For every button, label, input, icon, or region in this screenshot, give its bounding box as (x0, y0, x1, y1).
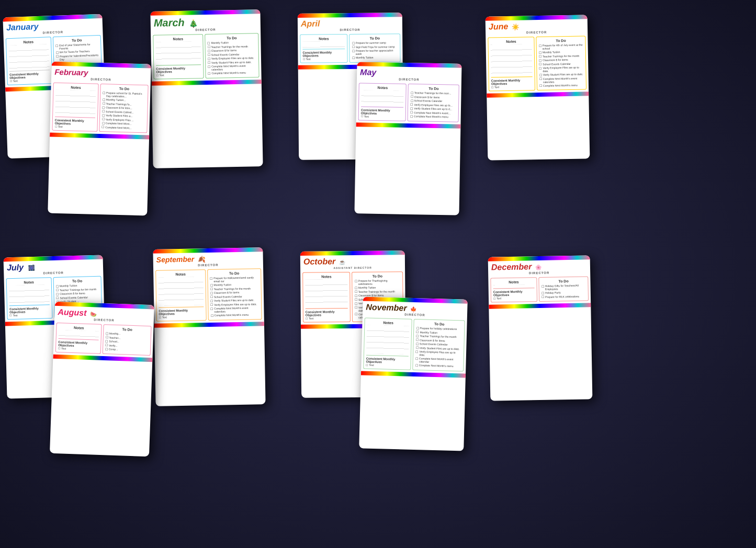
jun-objectives-area: Consistent Monthly Objectives Text (491, 76, 533, 88)
dec-body: Notes Consistent Monthly Objectives Text… (488, 274, 591, 304)
august-card: August 🍉 DIRECTOR Notes Consistent Month… (50, 302, 154, 456)
oct-title-area: October ☕ ASSISTANT DIRECTOR (300, 255, 405, 270)
apr-title-area: April DIRECTOR (298, 17, 402, 32)
mar-body: Notes Consistent Monthly Objectives Text… (151, 31, 262, 81)
nov-todo-title: To Do (416, 322, 462, 326)
jan-notes-col: Notes Consistent Monthly Objectives Text (6, 37, 53, 85)
may-card: May DIRECTOR Notes Consistent Monthly Ob… (354, 62, 461, 215)
jul-todo-title: To Do (55, 279, 98, 283)
sep-objectives-area: Consistent Monthly Objectives Text (159, 306, 204, 318)
feb-notes-lines (55, 90, 96, 116)
jul-notes-col: Notes Consistent Monthly Objectives Text (6, 277, 53, 319)
apr-todo-section: To Do Prepare for summer camp Sign Field… (349, 33, 400, 62)
jul-obj-item: Text (9, 313, 50, 317)
dec-notes-lines (493, 284, 535, 287)
dec-todo-col: To Do Holiday Gifts for Teachers/All Emp… (538, 276, 589, 302)
feb-objectives-area: Consistent Monthly Objectives Text (55, 117, 95, 129)
jun-notes-lines (491, 44, 533, 75)
sep-obj-item: Text (159, 315, 204, 318)
apr-notes-lines (302, 41, 345, 47)
apr-obj-item: Text (303, 57, 345, 61)
mar-month-title: March (154, 17, 185, 29)
nov-month-title: November (366, 303, 407, 313)
dec-obj-item: Text (493, 296, 535, 300)
jan-month-title: January (6, 22, 39, 32)
oct-todo-title: To Do (355, 274, 401, 278)
feb-notes-col: Notes Consistent Monthly Objectives Text (52, 83, 98, 132)
mar-todo-section: To Do Monthly Tuition Teacher Trainings … (205, 33, 259, 78)
dec-month-title: December (491, 262, 532, 271)
dec-notes-col: Notes Consistent Monthly Objectives Text (490, 277, 537, 303)
december-card: December 🌸 DIRECTOR Notes Consistent Mon… (488, 255, 593, 401)
aug-todo-title: To Do (106, 327, 149, 332)
dec-todo-section: To Do Holiday Gifts for Teachers/All Emp… (538, 276, 589, 302)
may-notes-title: Notes (362, 85, 404, 89)
jan-todo-title: To Do (55, 38, 98, 43)
may-todo-title: To Do (411, 86, 457, 91)
oct-obj-item: Text (306, 316, 348, 320)
feb-todo-section: To Do Prepare school for St. Patrick's D… (99, 84, 149, 133)
apr-notes-title: Notes (302, 37, 345, 41)
jul-notes-lines (9, 284, 50, 304)
oct-notes-title: Notes (305, 275, 347, 279)
apr-month-title: April (301, 19, 320, 28)
jan-notes-title: Notes (8, 39, 49, 44)
oct-todo-2: Monthly Tuition (355, 286, 401, 289)
jun-todo-6: Verify Employee Files are up to date. (539, 65, 583, 72)
jan-obj-item: Text (9, 78, 50, 83)
may-month-title: May (360, 67, 376, 77)
may-notes-col: Notes Consistent Monthly Objectives Text (358, 83, 407, 121)
mar-obj-item: Text (156, 73, 201, 76)
sep-todo-section: To Do Prepare for Halloween/send candy e… (207, 268, 262, 320)
jun-body: Notes Consistent Monthly Objectives Text… (486, 33, 589, 93)
jun-month-title: June (489, 22, 509, 31)
sep-todo-9: Complete Next Month's menu (210, 313, 259, 317)
sep-todo-col: To Do Prepare for Halloween/send candy e… (207, 268, 262, 320)
nov-body: Notes Consistent Monthly Objectives Text… (361, 315, 467, 373)
sep-todo-title: To Do (210, 271, 258, 276)
march-card: March 🎄 DIRECTOR Notes Consistent Monthl… (150, 9, 263, 168)
nov-todo-7: Verify Employee Files are up to date. (415, 350, 461, 357)
dec-notes-title: Notes (493, 280, 534, 284)
jan-notes-lines (8, 44, 49, 70)
apr-todo-title: To Do (352, 36, 398, 40)
mar-notes-lines (155, 41, 201, 63)
sep-notes-col: Notes Consistent Monthly Objectives Text (155, 269, 207, 321)
dec-title-area: December 🌸 DIRECTOR (488, 259, 590, 276)
sep-todo-1: Prepare for Halloween/send candy email o… (210, 276, 258, 283)
main-scene: January DIRECTOR Notes Consistent Monthl… (0, 0, 756, 548)
jun-notes-title: Notes (490, 39, 532, 43)
feb-body: Notes Consistent Monthly Objectives Text… (50, 81, 151, 135)
aug-objectives-area: Consistent Monthly Objectives Text (58, 338, 99, 351)
jul-month-title: July (7, 263, 24, 272)
aug-todo-section: To Do Monthly... Teacher... School... Ve… (103, 324, 152, 356)
february-card: February DIRECTOR Notes Consistent Month… (48, 62, 151, 216)
mar-todo-7: Complete Next Month's event calendars (208, 64, 256, 71)
oct-todo-3: Teacher Trainings for the month (355, 290, 401, 293)
feb-todo-col: To Do Prepare school for St. Patrick's D… (99, 84, 149, 133)
aug-body: Notes Consistent Monthly Objectives Text… (53, 321, 154, 358)
jun-todo-col: To Do Prepare for 4th of July event at t… (536, 36, 586, 90)
dec-todo-title: To Do (541, 279, 585, 283)
apr-todo-col: To Do Prepare for summer camp Sign Field… (349, 33, 400, 62)
may-obj-item: Text (361, 115, 403, 118)
mar-todo-title: To Do (207, 36, 256, 40)
november-card: November 🍁 DIRECTOR Notes Consistent Mon… (359, 296, 468, 451)
mar-todo-col: To Do Monthly Tuition Teacher Trainings … (205, 33, 259, 78)
apr-todo-2: Sign Field Trips for summer camp (352, 45, 398, 49)
september-card: September 🍂 DIRECTOR Notes Consistent Mo… (153, 247, 265, 406)
apr-todo-1: Prepare for summer camp (352, 41, 398, 44)
nov-notes-col: Notes Consistent Monthly Objectives Text (363, 318, 412, 370)
apr-todo-4: Monthly Tuition (352, 55, 398, 59)
may-todo-col: To Do Teacher Trainings for the mon... C… (408, 84, 459, 122)
aug-notes-title: Notes (59, 325, 99, 330)
sep-body: Notes Consistent Monthly Objectives Text… (153, 266, 264, 323)
jun-todo-9: Complete Next Month's menu (539, 83, 584, 87)
nov-todo-8: Complete Next Month's event calendar (415, 357, 461, 364)
feb-todo-1: Prepare school for St. Patrick's Day cel… (103, 91, 145, 98)
apr-todo-3: Prepare for teacher appreciation week (352, 49, 398, 55)
nov-objectives-area: Consistent Monthly Objectives Text (366, 355, 409, 367)
sep-todo-8: Complete Next Month's event calendars (210, 306, 259, 313)
jul-notes-title: Notes (9, 280, 49, 284)
jun-todo-section: To Do Prepare for 4th of July event at t… (536, 36, 586, 90)
